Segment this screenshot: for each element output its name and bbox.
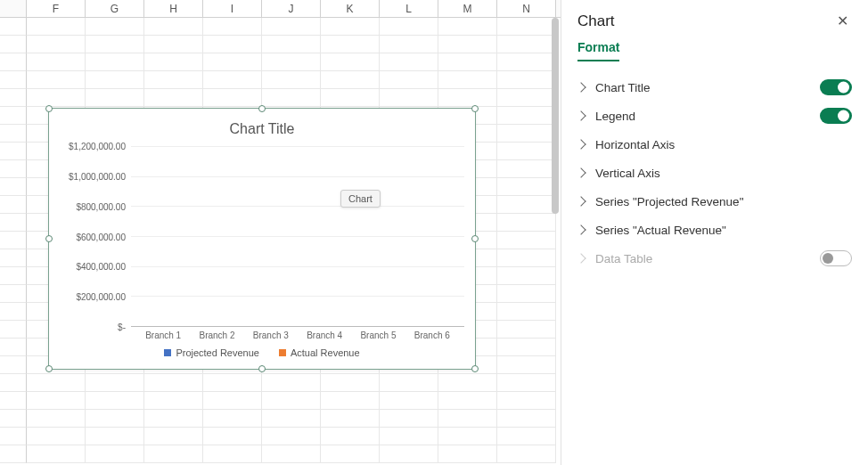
chevron-right-icon xyxy=(576,224,585,234)
legend-item[interactable]: Actual Revenue xyxy=(279,347,360,358)
resize-handle[interactable] xyxy=(471,235,479,242)
vertical-scrollbar[interactable] xyxy=(550,18,561,249)
chart-title[interactable]: Chart Title xyxy=(60,121,464,137)
option-label: Vertical Axis xyxy=(595,167,660,180)
chevron-right-icon xyxy=(576,110,585,120)
resize-handle[interactable] xyxy=(258,105,266,112)
col-header[interactable]: H xyxy=(144,0,203,17)
format-option-row[interactable]: Vertical Axis xyxy=(577,159,852,187)
legend-item[interactable]: Projected Revenue xyxy=(164,347,259,358)
format-option-row[interactable]: Series "Actual Revenue" xyxy=(577,216,852,244)
chart-legend[interactable]: Projected Revenue Actual Revenue xyxy=(60,340,464,362)
resize-handle[interactable] xyxy=(45,365,53,372)
resize-handle[interactable] xyxy=(471,365,479,372)
col-header[interactable]: J xyxy=(262,0,321,17)
y-tick-label: $800,000.00 xyxy=(76,201,126,211)
panel-title: Chart xyxy=(577,12,615,30)
col-header[interactable]: K xyxy=(321,0,380,17)
x-tick-label: Branch 3 xyxy=(249,330,293,340)
legend-swatch-icon xyxy=(164,349,171,356)
option-label: Legend xyxy=(595,110,635,123)
format-option-row: Data Table xyxy=(577,244,852,273)
resize-handle[interactable] xyxy=(45,105,53,112)
option-label: Series "Actual Revenue" xyxy=(595,224,726,237)
x-tick-label: Branch 4 xyxy=(302,330,347,340)
toggle-switch[interactable] xyxy=(820,79,852,95)
col-header[interactable]: F xyxy=(27,0,86,17)
chart-y-axis[interactable]: $1,200,000.00$1,000,000.00$800,000.00$60… xyxy=(60,146,131,327)
x-tick-label: Branch 5 xyxy=(356,330,400,340)
format-option-row[interactable]: Series "Projected Revenue" xyxy=(577,187,852,216)
format-option-row[interactable]: Chart Title xyxy=(577,73,852,102)
y-tick-label: $600,000.00 xyxy=(76,232,126,241)
y-tick-label: $200,000.00 xyxy=(76,292,126,302)
legend-label: Projected Revenue xyxy=(176,347,259,358)
y-tick-label: $1,200,000.00 xyxy=(69,142,126,151)
col-header[interactable]: G xyxy=(86,0,144,17)
toggle-switch[interactable] xyxy=(820,108,852,124)
toggle-knob xyxy=(823,253,833,264)
column-headers: F G H I J K L M N xyxy=(0,0,561,18)
option-label: Series "Projected Revenue" xyxy=(595,195,743,208)
format-option-row[interactable]: Legend xyxy=(577,102,852,130)
embedded-chart[interactable]: Chart Title $1,200,000.00$1,000,000.00$8… xyxy=(48,108,476,370)
y-tick-label: $400,000.00 xyxy=(76,262,126,272)
x-tick-label: Branch 2 xyxy=(194,330,239,340)
close-icon[interactable]: ✕ xyxy=(833,11,852,31)
format-options-list: Chart TitleLegendHorizontal AxisVertical… xyxy=(577,73,852,273)
option-label: Horizontal Axis xyxy=(595,138,675,151)
spreadsheet-area[interactable]: F G H I J K L M N Chart Title $1,200,000… xyxy=(0,0,561,465)
toggle-knob xyxy=(838,82,849,94)
toggle-knob xyxy=(838,110,849,122)
chevron-right-icon xyxy=(576,167,585,177)
chart-format-panel: Chart ✕ Format Chart TitleLegendHorizont… xyxy=(561,0,868,465)
format-option-row[interactable]: Horizontal Axis xyxy=(577,130,852,159)
toggle-switch xyxy=(820,250,852,266)
col-header[interactable]: L xyxy=(380,0,438,17)
option-label: Data Table xyxy=(595,252,652,265)
scrollbar-thumb[interactable] xyxy=(552,18,559,214)
tab-format[interactable]: Format xyxy=(577,40,619,61)
y-tick-label: $1,000,000.00 xyxy=(69,171,126,181)
chevron-right-icon xyxy=(576,82,585,92)
x-tick-label: Branch 6 xyxy=(410,330,454,340)
select-all-corner[interactable] xyxy=(0,0,27,17)
legend-label: Actual Revenue xyxy=(291,347,360,358)
y-tick-label: $- xyxy=(118,322,126,332)
option-label: Chart Title xyxy=(595,81,651,94)
panel-tabs: Format xyxy=(577,40,852,62)
chart-tooltip: Chart xyxy=(340,190,381,208)
resize-handle[interactable] xyxy=(471,105,479,112)
col-header[interactable]: M xyxy=(438,0,497,17)
chart-plot-area[interactable] xyxy=(131,146,464,327)
resize-handle[interactable] xyxy=(45,235,53,242)
resize-handle[interactable] xyxy=(258,365,266,372)
chevron-right-icon xyxy=(576,139,585,149)
col-header[interactable]: I xyxy=(203,0,262,17)
col-header[interactable]: N xyxy=(497,0,556,17)
x-tick-label: Branch 1 xyxy=(141,330,185,340)
chevron-right-icon xyxy=(576,253,585,263)
chevron-right-icon xyxy=(576,196,585,206)
legend-swatch-icon xyxy=(279,349,286,356)
